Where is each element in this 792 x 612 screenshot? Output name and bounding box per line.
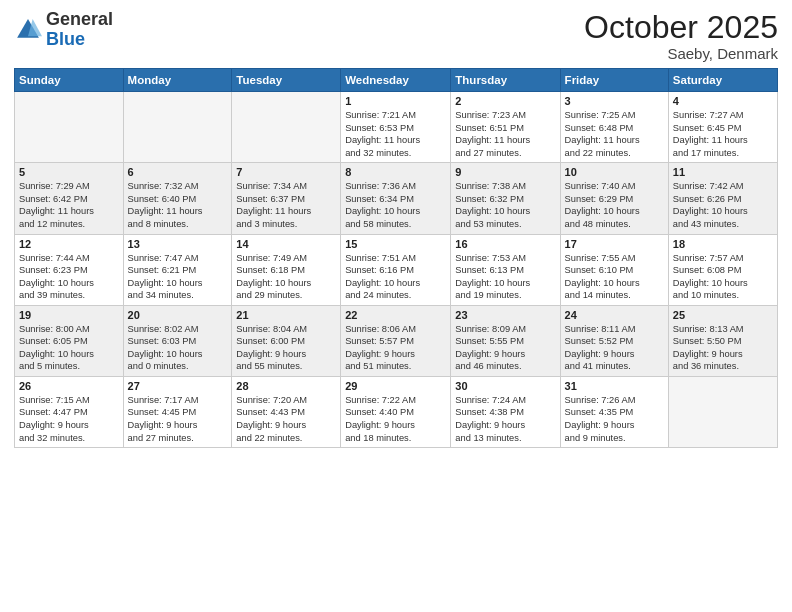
- cell-content: Sunrise: 7:51 AM Sunset: 6:16 PM Dayligh…: [345, 252, 446, 302]
- calendar-cell: 11Sunrise: 7:42 AM Sunset: 6:26 PM Dayli…: [668, 163, 777, 234]
- location: Saeby, Denmark: [584, 45, 778, 62]
- calendar-cell: 7Sunrise: 7:34 AM Sunset: 6:37 PM Daylig…: [232, 163, 341, 234]
- calendar-cell: 28Sunrise: 7:20 AM Sunset: 4:43 PM Dayli…: [232, 376, 341, 447]
- calendar-cell: 4Sunrise: 7:27 AM Sunset: 6:45 PM Daylig…: [668, 92, 777, 163]
- calendar-cell: 24Sunrise: 8:11 AM Sunset: 5:52 PM Dayli…: [560, 305, 668, 376]
- calendar-row: 5Sunrise: 7:29 AM Sunset: 6:42 PM Daylig…: [15, 163, 778, 234]
- calendar-row: 19Sunrise: 8:00 AM Sunset: 6:05 PM Dayli…: [15, 305, 778, 376]
- calendar-cell: 26Sunrise: 7:15 AM Sunset: 4:47 PM Dayli…: [15, 376, 124, 447]
- calendar-cell: 10Sunrise: 7:40 AM Sunset: 6:29 PM Dayli…: [560, 163, 668, 234]
- calendar-cell: [232, 92, 341, 163]
- day-number: 18: [673, 238, 773, 250]
- cell-content: Sunrise: 7:25 AM Sunset: 6:48 PM Dayligh…: [565, 109, 664, 159]
- day-number: 15: [345, 238, 446, 250]
- weekday-header: Tuesday: [232, 69, 341, 92]
- calendar-cell: 5Sunrise: 7:29 AM Sunset: 6:42 PM Daylig…: [15, 163, 124, 234]
- calendar-row: 12Sunrise: 7:44 AM Sunset: 6:23 PM Dayli…: [15, 234, 778, 305]
- cell-content: Sunrise: 7:26 AM Sunset: 4:35 PM Dayligh…: [565, 394, 664, 444]
- day-number: 6: [128, 166, 228, 178]
- day-number: 1: [345, 95, 446, 107]
- cell-content: Sunrise: 8:06 AM Sunset: 5:57 PM Dayligh…: [345, 323, 446, 373]
- calendar-cell: 1Sunrise: 7:21 AM Sunset: 6:53 PM Daylig…: [341, 92, 451, 163]
- day-number: 17: [565, 238, 664, 250]
- day-number: 5: [19, 166, 119, 178]
- cell-content: Sunrise: 7:53 AM Sunset: 6:13 PM Dayligh…: [455, 252, 555, 302]
- calendar-cell: 12Sunrise: 7:44 AM Sunset: 6:23 PM Dayli…: [15, 234, 124, 305]
- weekday-header: Monday: [123, 69, 232, 92]
- weekday-header-row: SundayMondayTuesdayWednesdayThursdayFrid…: [15, 69, 778, 92]
- calendar-cell: 15Sunrise: 7:51 AM Sunset: 6:16 PM Dayli…: [341, 234, 451, 305]
- day-number: 28: [236, 380, 336, 392]
- cell-content: Sunrise: 7:57 AM Sunset: 6:08 PM Dayligh…: [673, 252, 773, 302]
- calendar: SundayMondayTuesdayWednesdayThursdayFrid…: [14, 68, 778, 448]
- cell-content: Sunrise: 8:13 AM Sunset: 5:50 PM Dayligh…: [673, 323, 773, 373]
- calendar-row: 26Sunrise: 7:15 AM Sunset: 4:47 PM Dayli…: [15, 376, 778, 447]
- weekday-header: Wednesday: [341, 69, 451, 92]
- day-number: 2: [455, 95, 555, 107]
- calendar-cell: 8Sunrise: 7:36 AM Sunset: 6:34 PM Daylig…: [341, 163, 451, 234]
- calendar-row: 1Sunrise: 7:21 AM Sunset: 6:53 PM Daylig…: [15, 92, 778, 163]
- cell-content: Sunrise: 7:24 AM Sunset: 4:38 PM Dayligh…: [455, 394, 555, 444]
- calendar-cell: 27Sunrise: 7:17 AM Sunset: 4:45 PM Dayli…: [123, 376, 232, 447]
- day-number: 26: [19, 380, 119, 392]
- calendar-cell: 30Sunrise: 7:24 AM Sunset: 4:38 PM Dayli…: [451, 376, 560, 447]
- calendar-cell: 22Sunrise: 8:06 AM Sunset: 5:57 PM Dayli…: [341, 305, 451, 376]
- day-number: 25: [673, 309, 773, 321]
- day-number: 8: [345, 166, 446, 178]
- calendar-cell: 16Sunrise: 7:53 AM Sunset: 6:13 PM Dayli…: [451, 234, 560, 305]
- calendar-cell: 29Sunrise: 7:22 AM Sunset: 4:40 PM Dayli…: [341, 376, 451, 447]
- day-number: 21: [236, 309, 336, 321]
- calendar-cell: 14Sunrise: 7:49 AM Sunset: 6:18 PM Dayli…: [232, 234, 341, 305]
- calendar-cell: 2Sunrise: 7:23 AM Sunset: 6:51 PM Daylig…: [451, 92, 560, 163]
- calendar-cell: [15, 92, 124, 163]
- day-number: 13: [128, 238, 228, 250]
- day-number: 23: [455, 309, 555, 321]
- cell-content: Sunrise: 7:44 AM Sunset: 6:23 PM Dayligh…: [19, 252, 119, 302]
- calendar-cell: [123, 92, 232, 163]
- day-number: 14: [236, 238, 336, 250]
- cell-content: Sunrise: 7:36 AM Sunset: 6:34 PM Dayligh…: [345, 180, 446, 230]
- cell-content: Sunrise: 7:38 AM Sunset: 6:32 PM Dayligh…: [455, 180, 555, 230]
- cell-content: Sunrise: 7:49 AM Sunset: 6:18 PM Dayligh…: [236, 252, 336, 302]
- cell-content: Sunrise: 7:27 AM Sunset: 6:45 PM Dayligh…: [673, 109, 773, 159]
- logo-icon: [14, 16, 42, 44]
- weekday-header: Friday: [560, 69, 668, 92]
- calendar-cell: 21Sunrise: 8:04 AM Sunset: 6:00 PM Dayli…: [232, 305, 341, 376]
- day-number: 30: [455, 380, 555, 392]
- day-number: 29: [345, 380, 446, 392]
- cell-content: Sunrise: 7:34 AM Sunset: 6:37 PM Dayligh…: [236, 180, 336, 230]
- calendar-cell: 9Sunrise: 7:38 AM Sunset: 6:32 PM Daylig…: [451, 163, 560, 234]
- day-number: 19: [19, 309, 119, 321]
- weekday-header: Saturday: [668, 69, 777, 92]
- header: General Blue October 2025 Saeby, Denmark: [14, 10, 778, 62]
- day-number: 31: [565, 380, 664, 392]
- cell-content: Sunrise: 7:21 AM Sunset: 6:53 PM Dayligh…: [345, 109, 446, 159]
- day-number: 10: [565, 166, 664, 178]
- cell-content: Sunrise: 7:42 AM Sunset: 6:26 PM Dayligh…: [673, 180, 773, 230]
- month-title: October 2025: [584, 10, 778, 45]
- cell-content: Sunrise: 8:04 AM Sunset: 6:00 PM Dayligh…: [236, 323, 336, 373]
- cell-content: Sunrise: 7:40 AM Sunset: 6:29 PM Dayligh…: [565, 180, 664, 230]
- day-number: 4: [673, 95, 773, 107]
- calendar-cell: 17Sunrise: 7:55 AM Sunset: 6:10 PM Dayli…: [560, 234, 668, 305]
- calendar-cell: 6Sunrise: 7:32 AM Sunset: 6:40 PM Daylig…: [123, 163, 232, 234]
- day-number: 12: [19, 238, 119, 250]
- logo-blue: Blue: [46, 29, 85, 49]
- cell-content: Sunrise: 7:29 AM Sunset: 6:42 PM Dayligh…: [19, 180, 119, 230]
- day-number: 20: [128, 309, 228, 321]
- cell-content: Sunrise: 7:47 AM Sunset: 6:21 PM Dayligh…: [128, 252, 228, 302]
- day-number: 9: [455, 166, 555, 178]
- cell-content: Sunrise: 8:09 AM Sunset: 5:55 PM Dayligh…: [455, 323, 555, 373]
- calendar-cell: 13Sunrise: 7:47 AM Sunset: 6:21 PM Dayli…: [123, 234, 232, 305]
- logo: General Blue: [14, 10, 113, 50]
- calendar-cell: 23Sunrise: 8:09 AM Sunset: 5:55 PM Dayli…: [451, 305, 560, 376]
- calendar-cell: 20Sunrise: 8:02 AM Sunset: 6:03 PM Dayli…: [123, 305, 232, 376]
- calendar-cell: 18Sunrise: 7:57 AM Sunset: 6:08 PM Dayli…: [668, 234, 777, 305]
- page: General Blue October 2025 Saeby, Denmark…: [0, 0, 792, 612]
- calendar-cell: 3Sunrise: 7:25 AM Sunset: 6:48 PM Daylig…: [560, 92, 668, 163]
- cell-content: Sunrise: 7:23 AM Sunset: 6:51 PM Dayligh…: [455, 109, 555, 159]
- calendar-cell: 31Sunrise: 7:26 AM Sunset: 4:35 PM Dayli…: [560, 376, 668, 447]
- cell-content: Sunrise: 7:32 AM Sunset: 6:40 PM Dayligh…: [128, 180, 228, 230]
- cell-content: Sunrise: 8:00 AM Sunset: 6:05 PM Dayligh…: [19, 323, 119, 373]
- weekday-header: Thursday: [451, 69, 560, 92]
